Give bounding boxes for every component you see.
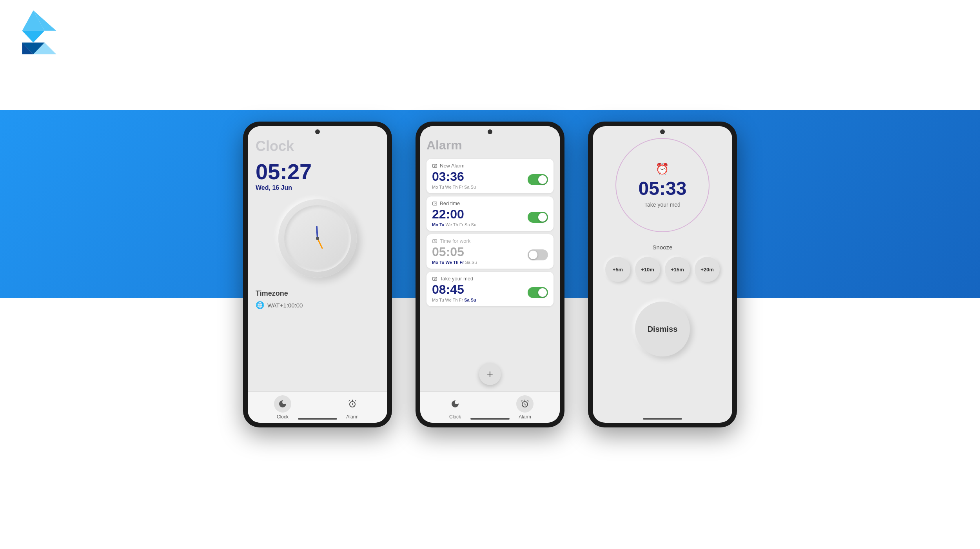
nav-clock-label-1: Clock <box>277 414 289 420</box>
alarm-name-4: Take your med <box>440 276 473 282</box>
snooze-buttons: +5m +10m +15m +20m <box>605 257 720 282</box>
clock-time-display: 05:27 <box>256 161 379 183</box>
clock-face-container <box>256 199 379 278</box>
alarm-card-2[interactable]: Bed time 22:00 Mo Tu We Th Fr Sa Su <box>426 196 554 231</box>
alarm-ring-circle: ⏰ 05:33 Take your med <box>615 138 710 232</box>
alarm-list: New Alarm 03:36 Mo Tu We Th Fr Sa Su <box>426 159 554 357</box>
nav-clock-label-2: Clock <box>449 414 461 420</box>
timezone-section: Timezone 🌐 WAT+1:00:00 <box>256 289 379 309</box>
svg-point-14 <box>434 203 436 204</box>
alarm-days-1: Mo Tu We Th Fr Sa Su <box>432 185 476 189</box>
nav-alarm-icon-wrap-1 <box>344 395 361 413</box>
alarm-time-1: 03:36 <box>432 169 476 184</box>
alarm-time-row-2: 22:00 Mo Tu We Th Fr Sa Su <box>432 207 548 227</box>
clock-hands-svg <box>290 211 345 266</box>
clock-face-inner <box>284 205 351 272</box>
alarm-time-3: 05:05 <box>432 245 477 259</box>
svg-point-18 <box>434 278 436 280</box>
clock-app-title: Clock <box>256 138 379 155</box>
alarm-time-row-1: 03:36 Mo Tu We Th Fr Sa Su <box>432 169 548 189</box>
alarm-time-row-4: 08:45 Mo Tu We Th Fr Sa Su <box>432 282 548 302</box>
svg-rect-17 <box>433 277 437 280</box>
alarm-toggle-2[interactable] <box>528 212 548 223</box>
nav-alarm-label-2: Alarm <box>519 414 531 420</box>
alarm-toggle-1[interactable] <box>528 174 548 185</box>
alarm-card-3[interactable]: Time for work 05:05 Mo Tu We Th Fr Sa Su <box>426 234 554 269</box>
alarm-toggle-3[interactable] <box>528 249 548 260</box>
alarm-days-4: Mo Tu We Th Fr Sa Su <box>432 298 476 302</box>
alarm-ring-icon: ⏰ <box>655 162 669 175</box>
phone-clock: Clock 05:27 Wed, 16 Jun <box>243 122 392 427</box>
alarm-card-4-header: Take your med <box>432 276 548 282</box>
phone-alarm-screen: Alarm New Alarm 03: <box>420 126 560 423</box>
alarm-card-icon-1 <box>432 163 437 169</box>
svg-rect-15 <box>433 239 437 242</box>
alarm-card-icon-4 <box>432 276 437 282</box>
nav-clock-1[interactable]: Clock <box>248 395 318 420</box>
moon-icon-1 <box>278 399 287 409</box>
alarm-name-1: New Alarm <box>440 163 465 169</box>
alarm-toggle-4[interactable] <box>528 287 548 298</box>
alarm-content: Alarm New Alarm 03: <box>420 126 560 391</box>
alarm-time-2: 22:00 <box>432 207 476 222</box>
nav-alarm-icon-wrap-2 <box>516 395 534 413</box>
snooze-10m[interactable]: +10m <box>635 257 660 282</box>
timezone-label: Timezone <box>256 289 379 298</box>
nav-clock-icon-wrap-2 <box>446 395 464 413</box>
alarm-name-2: Bed time <box>440 200 460 206</box>
nav-clock-2[interactable]: Clock <box>420 395 490 420</box>
phone2-home-bar <box>470 418 510 420</box>
clock-content: Clock 05:27 Wed, 16 Jun <box>248 126 387 391</box>
nav-alarm-label-1: Alarm <box>346 414 358 420</box>
svg-point-16 <box>434 240 436 242</box>
alarm-ring-label: Take your med <box>644 202 681 208</box>
snooze-20m[interactable]: +20m <box>695 257 720 282</box>
globe-icon: 🌐 <box>256 301 264 309</box>
alarm-icon-2 <box>520 399 530 409</box>
nav-alarm-1[interactable]: Alarm <box>318 395 387 420</box>
alarm-card-3-header: Time for work <box>432 238 548 244</box>
alarm-app-title: Alarm <box>426 138 554 153</box>
phone1-home-bar <box>298 418 337 420</box>
dismiss-button[interactable]: Dismiss <box>635 302 690 356</box>
alarm-ring-time: 05:33 <box>639 178 687 199</box>
svg-line-6 <box>317 227 318 238</box>
alarm-time-4: 08:45 <box>432 282 476 297</box>
phone3-home-bar <box>643 418 682 420</box>
phones-container: Clock 05:27 Wed, 16 Jun <box>0 0 980 549</box>
alarm-card-1[interactable]: New Alarm 03:36 Mo Tu We Th Fr Sa Su <box>426 159 554 193</box>
phone-ringing: ⏰ 05:33 Take your med Snooze +5m +10m +1… <box>588 122 737 427</box>
snooze-15m[interactable]: +15m <box>665 257 690 282</box>
moon-icon-2 <box>450 399 460 409</box>
clock-date-display: Wed, 16 Jun <box>256 184 379 191</box>
alarm-card-1-header: New Alarm <box>432 163 548 169</box>
flutter-logo <box>8 8 59 59</box>
phone-ringing-screen: ⏰ 05:33 Take your med Snooze +5m +10m +1… <box>593 126 732 423</box>
alarm-card-icon-3 <box>432 238 437 244</box>
alarm-ring-inner: ⏰ 05:33 Take your med <box>639 162 687 208</box>
alarm-name-3: Time for work <box>440 238 470 244</box>
alarm-card-2-header: Bed time <box>432 200 548 206</box>
alarm-days-3: Mo Tu We Th Fr Sa Su <box>432 260 477 265</box>
alarm-icon-1 <box>348 399 357 409</box>
svg-rect-11 <box>433 164 437 167</box>
alarm-card-icon-2 <box>432 201 437 206</box>
phone-clock-screen: Clock 05:27 Wed, 16 Jun <box>248 126 387 423</box>
timezone-value: WAT+1:00:00 <box>267 302 303 309</box>
snooze-5m[interactable]: +5m <box>605 257 630 282</box>
nav-alarm-2[interactable]: Alarm <box>490 395 560 420</box>
ringing-content: ⏰ 05:33 Take your med Snooze +5m +10m +1… <box>593 126 732 423</box>
svg-point-12 <box>434 165 436 167</box>
clock-face <box>278 199 357 278</box>
nav-clock-icon-wrap-1 <box>274 395 291 413</box>
alarm-time-row-3: 05:05 Mo Tu We Th Fr Sa Su <box>432 245 548 265</box>
alarm-card-4[interactable]: Take your med 08:45 Mo Tu We Th Fr Sa Su <box>426 272 554 306</box>
svg-point-8 <box>316 237 319 240</box>
svg-line-7 <box>318 238 322 248</box>
snooze-label: Snooze <box>653 244 673 251</box>
timezone-row: 🌐 WAT+1:00:00 <box>256 301 379 309</box>
phone-alarm: Alarm New Alarm 03: <box>416 122 564 427</box>
alarm-days-2: Mo Tu We Th Fr Sa Su <box>432 222 476 227</box>
svg-rect-13 <box>433 202 437 205</box>
add-alarm-fab[interactable]: + <box>479 363 501 385</box>
